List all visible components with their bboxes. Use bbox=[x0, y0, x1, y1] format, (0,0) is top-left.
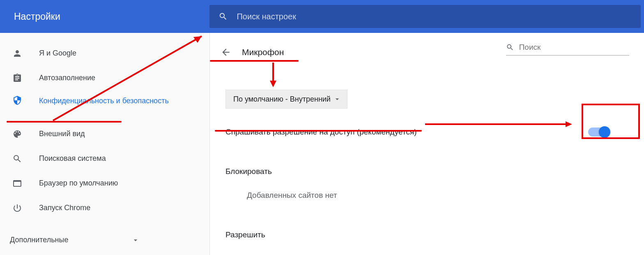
ask-permission-label: Спрашивать разрешение на доступ (рекомен… bbox=[225, 128, 417, 137]
page-search-input[interactable] bbox=[519, 43, 629, 52]
svg-marker-3 bbox=[270, 81, 276, 87]
block-empty-message: Добавленных сайтов нет bbox=[247, 191, 629, 200]
microphone-device-dropdown[interactable]: По умолчанию - Внутренний bbox=[225, 90, 347, 109]
main-panel: Микрофон По умолчанию - Внутренний Спраш… bbox=[209, 33, 644, 255]
page-title: Микрофон bbox=[242, 47, 284, 57]
sidebar: Я и Google Автозаполнение Конфиденциальн… bbox=[0, 33, 209, 255]
sidebar-item-autofill[interactable]: Автозаполнение bbox=[0, 66, 209, 90]
sidebar-item-label: Автозаполнение bbox=[39, 72, 95, 84]
ask-permission-row: Спрашивать разрешение на доступ (рекомен… bbox=[225, 128, 629, 137]
sidebar-item-startup[interactable]: Запуск Chrome bbox=[0, 196, 209, 220]
chevron-down-icon bbox=[131, 236, 140, 244]
shield-icon bbox=[12, 95, 22, 105]
search-icon bbox=[12, 154, 22, 164]
allow-section-heading: Разрешить bbox=[225, 230, 629, 239]
sidebar-item-appearance[interactable]: Внешний вид bbox=[0, 122, 209, 146]
svg-marker-5 bbox=[566, 121, 572, 127]
back-button[interactable] bbox=[221, 47, 242, 58]
top-bar: Настройки bbox=[0, 0, 644, 33]
search-icon bbox=[506, 43, 514, 52]
sidebar-item-default-browser[interactable]: Браузер по умолчанию bbox=[0, 171, 209, 196]
sidebar-item-label: Конфиденциальность и безопасность bbox=[39, 95, 169, 107]
search-icon bbox=[218, 12, 228, 21]
palette-icon bbox=[12, 129, 22, 139]
sidebar-item-label: Запуск Chrome bbox=[39, 202, 90, 214]
sidebar-item-label: Браузер по умолчанию bbox=[39, 178, 118, 189]
sidebar-item-label: Дополнительные bbox=[10, 234, 69, 246]
power-icon bbox=[12, 203, 22, 213]
sidebar-item-google[interactable]: Я и Google bbox=[0, 41, 209, 66]
sidebar-item-advanced[interactable]: Дополнительные bbox=[0, 228, 209, 253]
global-search-input[interactable] bbox=[237, 12, 641, 21]
sidebar-item-label: Поисковая система bbox=[39, 153, 106, 165]
clipboard-icon bbox=[12, 73, 22, 83]
sidebar-item-label: Я и Google bbox=[39, 48, 76, 59]
sidebar-item-privacy[interactable]: Конфиденциальность и безопасность bbox=[0, 90, 209, 122]
browser-icon bbox=[12, 178, 22, 188]
toggle-knob bbox=[599, 126, 610, 138]
global-search-box[interactable] bbox=[209, 5, 641, 28]
chevron-down-icon bbox=[333, 95, 341, 103]
dropdown-value: По умолчанию - Внутренний bbox=[233, 95, 331, 104]
block-section-heading: Блокировать bbox=[225, 167, 629, 176]
ask-permission-toggle[interactable] bbox=[588, 128, 609, 137]
annotation-arrow bbox=[265, 62, 281, 89]
arrow-left-icon bbox=[221, 47, 231, 58]
sidebar-item-search-engine[interactable]: Поисковая система bbox=[0, 146, 209, 171]
sidebar-item-label: Внешний вид bbox=[39, 128, 85, 140]
person-icon bbox=[12, 49, 22, 58]
page-search-box[interactable] bbox=[506, 43, 629, 56]
app-title: Настройки bbox=[0, 11, 209, 22]
